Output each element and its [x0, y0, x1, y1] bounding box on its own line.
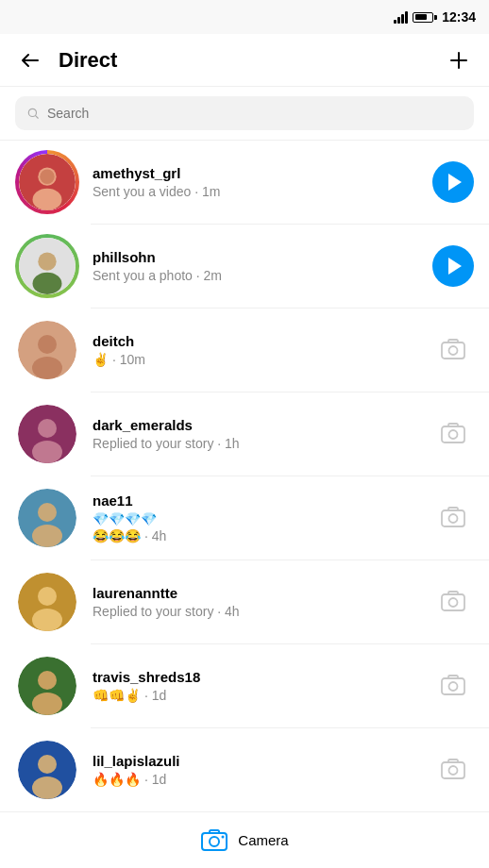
- search-input[interactable]: [47, 106, 463, 121]
- svg-point-39: [210, 837, 219, 846]
- camera-action-button[interactable]: [432, 497, 474, 539]
- messages-list: amethyst_grl Sent you a video · 1m phill…: [0, 141, 489, 811]
- avatar: [18, 321, 76, 379]
- list-item[interactable]: amethyst_grl Sent you a video · 1m: [0, 141, 489, 224]
- camera-action-button[interactable]: [432, 749, 474, 791]
- svg-point-9: [38, 335, 57, 354]
- action-area[interactable]: [432, 413, 474, 455]
- svg-point-40: [222, 835, 225, 838]
- svg-point-15: [32, 441, 62, 463]
- avatar: [18, 405, 76, 463]
- camera-action-button[interactable]: [432, 413, 474, 455]
- camera-action-icon: [440, 589, 466, 615]
- action-area[interactable]: [432, 161, 474, 203]
- list-item[interactable]: lil_lapislazuli 🔥🔥🔥 · 1d: [0, 728, 489, 811]
- status-icons: 12:34: [394, 9, 476, 25]
- message-content: phillsohn Sent you a photo · 2m: [93, 249, 432, 284]
- avatar-ring: [15, 234, 79, 298]
- camera-bottom-icon: [200, 826, 228, 855]
- message-preview: 💎💎💎💎 😂😂😂 · 4h: [93, 511, 166, 543]
- avatar-container: [15, 486, 79, 550]
- message-preview: Replied to your story · 4h: [93, 604, 240, 619]
- svg-point-27: [449, 598, 458, 607]
- svg-point-20: [32, 525, 62, 547]
- message-content: travis_shreds18 👊👊✌️ · 1d: [93, 669, 432, 704]
- action-area[interactable]: [432, 245, 474, 287]
- message-username: dark_emeralds: [93, 417, 432, 433]
- camera-action-icon: [440, 337, 466, 363]
- avatar: [18, 741, 76, 799]
- list-item[interactable]: dark_emeralds Replied to your story · 1h: [0, 392, 489, 476]
- camera-action-icon: [440, 505, 466, 531]
- svg-point-12: [449, 346, 458, 355]
- avatar-ring: [15, 150, 79, 214]
- svg-point-22: [449, 514, 458, 523]
- svg-rect-26: [442, 594, 464, 610]
- signal-bar-2: [397, 17, 400, 24]
- header-title: Direct: [59, 48, 444, 73]
- avatar-container: [15, 150, 79, 214]
- message-username: amethyst_grl: [93, 165, 432, 181]
- search-bar[interactable]: [15, 96, 474, 130]
- search-icon: [26, 107, 40, 120]
- list-item[interactable]: phillsohn Sent you a photo · 2m: [0, 225, 489, 308]
- add-button[interactable]: [444, 45, 474, 75]
- signal-bar-3: [401, 14, 404, 24]
- battery-icon: [413, 12, 437, 23]
- action-area[interactable]: [432, 749, 474, 791]
- message-username: lil_lapislazuli: [93, 753, 432, 769]
- message-username: laurenanntte: [93, 585, 432, 601]
- camera-action-icon: [440, 757, 466, 783]
- action-area[interactable]: [432, 665, 474, 707]
- camera-action-icon: [440, 421, 466, 447]
- svg-point-19: [38, 503, 57, 522]
- message-preview: Replied to your story · 1h: [93, 436, 240, 451]
- avatar-container: [15, 738, 79, 802]
- camera-action-button[interactable]: [432, 329, 474, 371]
- camera-action-button[interactable]: [432, 665, 474, 707]
- svg-point-7: [33, 273, 62, 294]
- avatar-container: [15, 654, 79, 718]
- back-arrow-icon: [19, 49, 42, 72]
- message-content: dark_emeralds Replied to your story · 1h: [93, 417, 432, 452]
- search-container: [0, 87, 489, 141]
- message-username: travis_shreds18: [93, 669, 432, 685]
- message-preview: 👊👊✌️ · 1d: [93, 688, 166, 703]
- message-content: amethyst_grl Sent you a video · 1m: [93, 165, 432, 200]
- list-item[interactable]: laurenanntte Replied to your story · 4h: [0, 560, 489, 643]
- back-button[interactable]: [15, 45, 45, 75]
- camera-action-button[interactable]: [432, 581, 474, 623]
- list-item[interactable]: travis_shreds18 👊👊✌️ · 1d: [0, 644, 489, 727]
- svg-point-24: [38, 587, 57, 606]
- action-area[interactable]: [432, 581, 474, 623]
- svg-point-25: [32, 609, 62, 631]
- svg-point-14: [38, 419, 57, 438]
- camera-label: Camera: [238, 832, 288, 848]
- avatar-container: [15, 318, 79, 382]
- message-username: nae11: [93, 492, 432, 509]
- svg-point-30: [32, 693, 62, 715]
- action-area[interactable]: [432, 329, 474, 371]
- play-button[interactable]: [432, 245, 474, 287]
- svg-point-4: [40, 169, 54, 183]
- bottom-bar[interactable]: Camera: [0, 811, 489, 868]
- message-preview: Sent you a photo · 2m: [93, 268, 222, 283]
- status-time: 12:34: [442, 9, 476, 25]
- status-bar: 12:34: [0, 0, 489, 34]
- avatar: [18, 657, 76, 715]
- plus-icon: [447, 49, 470, 72]
- list-item[interactable]: nae11 💎💎💎💎 😂😂😂 · 4h: [0, 476, 489, 559]
- signal-bar-4: [405, 11, 408, 24]
- svg-point-37: [449, 766, 458, 775]
- list-item[interactable]: deitch ✌️ · 10m: [0, 309, 489, 392]
- signal-bar-1: [394, 20, 396, 24]
- camera-action-icon: [440, 673, 466, 699]
- play-button[interactable]: [432, 161, 474, 203]
- message-content: lil_lapislazuli 🔥🔥🔥 · 1d: [93, 753, 432, 788]
- message-content: nae11 💎💎💎💎 😂😂😂 · 4h: [93, 492, 432, 544]
- message-preview: Sent you a video · 1m: [93, 184, 220, 199]
- avatar-container: [15, 570, 79, 634]
- action-area[interactable]: [432, 497, 474, 539]
- svg-point-34: [38, 755, 57, 774]
- avatar-container: [15, 402, 79, 466]
